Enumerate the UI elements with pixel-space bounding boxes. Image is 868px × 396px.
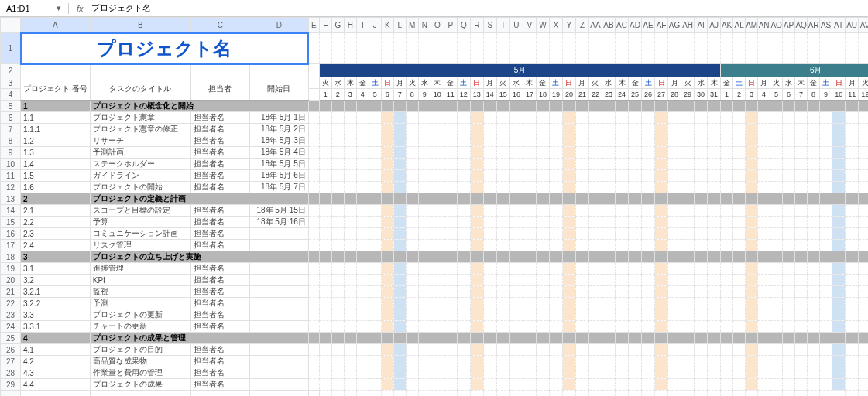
cal-cell[interactable] [783, 217, 795, 228]
cal-cell[interactable] [629, 240, 642, 251]
col-header-AJ[interactable]: AJ [708, 18, 721, 33]
cal-cell[interactable] [616, 182, 629, 193]
cal-cell[interactable] [562, 101, 575, 112]
cal-cell[interactable] [562, 147, 575, 159]
cal-cell[interactable] [846, 356, 859, 367]
cal-cell[interactable] [523, 333, 536, 344]
cal-cell[interactable] [642, 391, 655, 397]
cal-cell[interactable] [470, 112, 483, 124]
cal-cell[interactable] [369, 356, 381, 367]
cal-cell[interactable] [549, 356, 562, 367]
cal-cell[interactable] [668, 170, 681, 182]
cal-cell[interactable] [344, 275, 356, 286]
cell[interactable] [308, 112, 319, 124]
cal-cell[interactable] [629, 101, 642, 112]
cal-cell[interactable] [770, 298, 783, 309]
task-title[interactable]: スコープと目標の設定 [90, 205, 190, 217]
cal-cell[interactable] [708, 298, 721, 309]
cal-cell[interactable] [457, 217, 470, 228]
cal-cell[interactable] [629, 367, 642, 379]
cal-cell[interactable] [746, 286, 758, 298]
cal-cell[interactable] [523, 124, 536, 135]
cal-cell[interactable] [483, 159, 496, 170]
cal-cell[interactable] [483, 356, 496, 367]
col-header-S[interactable]: S [483, 18, 496, 33]
cal-cell[interactable] [629, 170, 642, 182]
cell[interactable] [562, 33, 575, 64]
cal-cell[interactable] [733, 193, 746, 205]
task-date[interactable] [249, 286, 308, 298]
cal-cell[interactable] [418, 286, 431, 298]
cal-cell[interactable] [859, 333, 868, 344]
cal-cell[interactable] [820, 391, 832, 397]
cal-cell[interactable] [575, 298, 588, 309]
col-header-W[interactable]: W [536, 18, 549, 33]
row-header-19[interactable]: 19 [1, 263, 21, 275]
cal-cell[interactable] [509, 367, 523, 379]
cal-cell[interactable] [859, 344, 868, 356]
cal-cell[interactable] [523, 298, 536, 309]
cal-cell[interactable] [746, 333, 758, 344]
cal-cell[interactable] [642, 379, 655, 391]
cell[interactable] [308, 89, 319, 101]
cell[interactable] [308, 298, 319, 309]
cal-cell[interactable] [470, 159, 483, 170]
cal-cell[interactable] [808, 379, 820, 391]
cal-cell[interactable] [820, 344, 832, 356]
cal-cell[interactable] [668, 124, 681, 135]
task-title[interactable]: 進捗管理 [90, 263, 190, 275]
cal-cell[interactable] [356, 240, 369, 251]
cal-cell[interactable] [602, 182, 615, 193]
cal-cell[interactable] [629, 321, 642, 333]
col-header-Q[interactable]: Q [457, 18, 470, 33]
cal-cell[interactable] [859, 309, 868, 321]
cal-cell[interactable] [681, 101, 695, 112]
cal-cell[interactable] [655, 182, 668, 193]
cal-cell[interactable] [356, 286, 369, 298]
cal-cell[interactable] [770, 251, 783, 263]
cal-cell[interactable] [668, 391, 681, 397]
cal-cell[interactable] [758, 193, 770, 205]
cal-cell[interactable] [733, 101, 746, 112]
cal-cell[interactable] [536, 182, 549, 193]
cell[interactable] [308, 64, 319, 77]
cal-cell[interactable] [733, 321, 746, 333]
cal-cell[interactable] [846, 101, 859, 112]
cal-cell[interactable] [431, 251, 444, 263]
cal-cell[interactable] [655, 391, 668, 397]
cal-cell[interactable] [832, 321, 846, 333]
cal-cell[interactable] [846, 379, 859, 391]
col-header-K[interactable]: K [381, 18, 393, 33]
cal-cell[interactable] [616, 309, 629, 321]
cal-cell[interactable] [616, 228, 629, 240]
cal-cell[interactable] [549, 205, 562, 217]
cal-cell[interactable] [846, 286, 859, 298]
cal-cell[interactable] [575, 356, 588, 367]
cell[interactable] [588, 33, 602, 64]
cell[interactable] [308, 159, 319, 170]
cal-cell[interactable] [418, 182, 431, 193]
cal-cell[interactable] [523, 391, 536, 397]
cal-cell[interactable] [602, 391, 615, 397]
col-header-D[interactable]: D [249, 18, 308, 33]
cal-cell[interactable] [695, 135, 708, 147]
cell[interactable] [308, 263, 319, 275]
cell[interactable] [733, 33, 746, 64]
cal-cell[interactable] [444, 251, 457, 263]
task-id[interactable]: 4.2 [21, 356, 91, 367]
cal-cell[interactable] [393, 159, 406, 170]
cal-cell[interactable] [708, 263, 721, 275]
cal-cell[interactable] [681, 193, 695, 205]
row-header-2[interactable]: 2 [1, 64, 21, 77]
cal-cell[interactable] [356, 228, 369, 240]
cal-cell[interactable] [319, 147, 331, 159]
cal-cell[interactable] [708, 228, 721, 240]
cal-cell[interactable] [820, 379, 832, 391]
cal-cell[interactable] [406, 356, 418, 367]
cal-cell[interactable] [832, 240, 846, 251]
cal-cell[interactable] [523, 205, 536, 217]
col-header-AN[interactable]: AN [758, 18, 770, 33]
col-header-AP[interactable]: AP [783, 18, 795, 33]
cal-cell[interactable] [331, 135, 344, 147]
cal-cell[interactable] [575, 101, 588, 112]
